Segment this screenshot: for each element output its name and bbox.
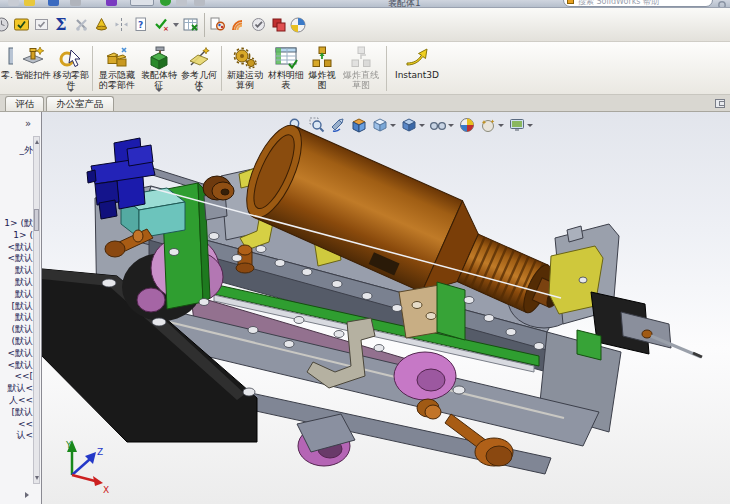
tree-item[interactable]: <默认 (0, 242, 33, 254)
design-table-icon[interactable] (181, 13, 201, 37)
svg-text:×: × (163, 25, 169, 33)
cmd-separator (92, 46, 93, 91)
search-icon[interactable] (717, 0, 729, 8)
help-icon[interactable] (194, 0, 205, 6)
reference-triad: Y Z X (65, 440, 109, 495)
tree-item[interactable]: <默认 (0, 348, 33, 360)
tree-item[interactable]: <默认 (0, 360, 33, 372)
tree-item[interactable]: 认< (0, 430, 33, 442)
graphics-viewport[interactable]: Y Z X (42, 112, 730, 504)
draft-analysis-icon[interactable] (91, 13, 111, 37)
cmd-insert-component[interactable]: 零… (1, 43, 13, 94)
flag-icon[interactable] (567, 0, 574, 4)
tree-item[interactable]: (默认 (0, 324, 33, 336)
cmd-show-hidden-components[interactable]: 显示隐藏的零部件 (96, 43, 138, 94)
command-manager: 零… 智能扣件 移动零部件 显示隐藏的零部件 装配体特征 参考几何体 新建运动算… (0, 42, 730, 95)
select-icon[interactable] (130, 0, 154, 6)
commandmanager-tabs: 评估 办公室产品 (0, 95, 730, 112)
render-sphere-icon[interactable] (288, 13, 308, 37)
restore-window-icon[interactable] (715, 99, 725, 108)
verification-icon[interactable]: × (151, 13, 171, 37)
block-green[interactable] (437, 282, 465, 340)
cmd-reference-geometry[interactable]: 参考几何体 (180, 43, 218, 94)
tree-item[interactable]: 1> (默 (0, 218, 33, 230)
checkbox-icon[interactable] (31, 13, 51, 37)
cmd-separator (221, 46, 222, 91)
triad-y-label: Y (65, 440, 72, 450)
panel-scrollbar[interactable] (33, 136, 40, 484)
cmd-new-motion-study[interactable]: 新建运动算例 (225, 43, 265, 94)
dropdown-caret-icon[interactable] (173, 23, 179, 27)
scroll-up-icon[interactable] (35, 140, 39, 144)
cmd-instant3d[interactable]: Instant3D (390, 43, 444, 94)
print-icon[interactable] (70, 0, 81, 6)
tree-item[interactable]: <<[ (0, 371, 33, 383)
options-icon[interactable] (176, 0, 187, 6)
cmd-bill-of-materials[interactable]: 材料明细表 (267, 43, 305, 94)
tree-item[interactable]: 默认< (0, 383, 33, 395)
design-binder-icon[interactable] (11, 13, 31, 37)
window-title: 装配体1 (388, 0, 421, 8)
compare-icon[interactable] (268, 13, 288, 37)
rebuild-icon[interactable] (160, 0, 171, 6)
save-icon[interactable] (48, 0, 59, 6)
machine-assembly[interactable] (42, 118, 702, 474)
no-section-icon[interactable] (71, 13, 91, 37)
panel-collapse-chevron[interactable]: » (25, 118, 31, 129)
file-properties-icon[interactable]: ? (131, 13, 151, 37)
dropdown-caret-icon[interactable] (196, 89, 202, 92)
curvature-icon[interactable] (228, 13, 248, 37)
tree-item[interactable]: 默认 (0, 312, 33, 324)
cmd-exploded-view[interactable]: 爆炸视图 (307, 43, 337, 94)
history-icon[interactable] (0, 13, 11, 37)
pulley-pink-lower[interactable] (394, 352, 456, 400)
dropdown-caret-icon[interactable] (68, 89, 74, 92)
right-bracket[interactable] (549, 224, 702, 357)
symmetry-icon[interactable] (111, 13, 131, 37)
find-references-icon[interactable] (208, 13, 228, 37)
cmd-separator (386, 46, 387, 91)
dropdown-caret-icon[interactable] (156, 89, 162, 92)
cmd-smart-fasteners[interactable]: 智能扣件 (15, 43, 51, 94)
tree-item[interactable]: << (0, 419, 33, 431)
scroll-right-icon[interactable] (25, 492, 29, 498)
tree-item[interactable]: [默认 (0, 301, 33, 313)
equations-icon[interactable]: Σ (51, 13, 71, 37)
tree-item[interactable]: 默认 (0, 277, 33, 289)
cmd-explode-line-sketch[interactable]: 爆炸直线草图 (339, 43, 383, 94)
assembly-model[interactable]: Y Z X (42, 112, 729, 504)
cmd-assembly-features[interactable]: 装配体特征 (140, 43, 178, 94)
undo-icon[interactable] (106, 0, 117, 6)
scroll-down-icon[interactable] (35, 476, 39, 480)
toolbar-separator (204, 13, 205, 37)
svg-text:?: ? (138, 20, 143, 30)
title-bar: 装配体1 搜索 SolidWorks 帮助 (0, 0, 730, 8)
tree-item[interactable]: (默认 (0, 336, 33, 348)
tree-item[interactable]: 人<< (0, 395, 33, 407)
tab-office-products[interactable]: 办公室产品 (46, 96, 114, 111)
search-input[interactable]: 搜索 SolidWorks 帮助 (563, 0, 713, 7)
tree-item[interactable]: [默认 (0, 407, 33, 419)
check-document-icon[interactable] (248, 13, 268, 37)
cmd-move-component[interactable]: 移动零部件 (53, 43, 89, 94)
tree-item[interactable]: 默认 (0, 265, 33, 277)
tree-item[interactable]: 默认 (0, 289, 33, 301)
tree-item[interactable]: _外 (0, 145, 33, 157)
tree-item[interactable]: <默认 (0, 253, 33, 265)
triad-z-label: Z (97, 447, 103, 457)
triad-x-label: X (103, 485, 109, 495)
new-icon[interactable] (8, 0, 19, 6)
feature-manager-panel[interactable]: » _外 1> (默 1> ( <默认 <默认 默认 默认 默认 [默认 默认 … (0, 112, 42, 504)
feature-tree[interactable]: 1> (默 1> ( <默认 <默认 默认 默认 默认 [默认 默认 (默认 (… (0, 218, 33, 442)
tab-evaluate[interactable]: 评估 (5, 96, 44, 111)
tree-item[interactable]: 1> ( (0, 230, 33, 242)
tools-toolbar: Σ ? × (0, 8, 730, 42)
open-icon[interactable] (24, 0, 35, 6)
scroll-thumb[interactable] (34, 209, 39, 231)
